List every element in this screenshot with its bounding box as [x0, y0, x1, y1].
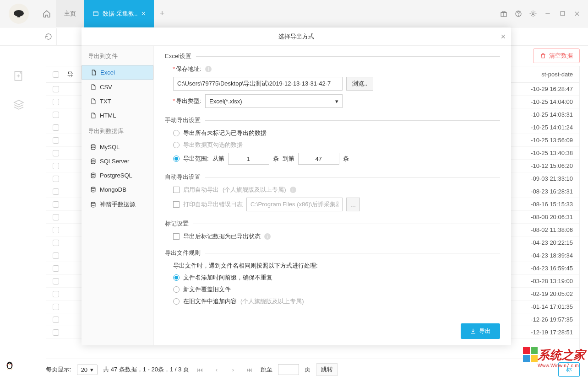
export-settings-pane: Excel设置 *保存地址: i 浏览.. *导出类型: Excel(*.xls…	[154, 46, 511, 345]
clear-data-button[interactable]: 清空数据	[533, 48, 580, 63]
row-checkbox[interactable]	[53, 291, 59, 297]
row-checkbox[interactable]	[53, 201, 59, 208]
info-icon[interactable]: i	[205, 66, 212, 72]
legend-manual: 手动导出设置	[165, 116, 201, 124]
per-page-label: 每页显示:	[46, 365, 71, 374]
dialog-title-bar: 选择导出方式 ×	[82, 27, 511, 46]
export-button[interactable]: 导出	[461, 323, 500, 339]
row-checkbox[interactable]	[53, 214, 59, 220]
radio-range[interactable]	[173, 156, 180, 162]
row-checkbox[interactable]	[53, 240, 59, 246]
close-window-icon[interactable]	[572, 9, 582, 18]
file-icon	[90, 113, 96, 119]
jump-label: 跳至	[261, 365, 272, 374]
row-date: -08-08 20:06:31	[531, 214, 573, 220]
row-checkbox[interactable]	[53, 265, 59, 272]
gift-icon[interactable]	[499, 9, 508, 18]
row-checkbox[interactable]	[53, 150, 59, 156]
chevron-down-icon: ▾	[335, 98, 338, 105]
export-type-select[interactable]: Excel(*.xlsx)▾	[205, 94, 343, 108]
jump-input[interactable]	[278, 364, 299, 375]
row-checkbox[interactable]	[53, 124, 59, 131]
watermark: 系统之家 Www.Winwin7.c m	[538, 347, 585, 368]
row-checkbox[interactable]	[53, 112, 59, 118]
range-from-input[interactable]	[228, 153, 269, 165]
row-checkbox[interactable]	[53, 137, 59, 144]
info-icon[interactable]: i	[264, 233, 271, 240]
svg-point-18	[91, 159, 95, 160]
close-tab-icon[interactable]: ×	[142, 10, 146, 18]
first-page-icon[interactable]: ⏮	[195, 364, 206, 375]
svg-point-8	[532, 13, 534, 15]
settings-icon[interactable]	[528, 9, 538, 18]
per-page-select[interactable]: 20▾	[77, 365, 98, 375]
page-unit: 页	[305, 365, 310, 374]
auto-log-label: 打印自动导出错误日志	[183, 200, 243, 209]
rule-append-label: 在旧文件中追加内容	[183, 297, 237, 306]
auto-log-path-button: …	[346, 198, 360, 211]
help-icon[interactable]	[514, 9, 523, 18]
qq-icon[interactable]	[5, 360, 15, 370]
jump-button[interactable]: 跳转	[316, 363, 338, 376]
sidebar-item-mysql[interactable]: MySQL	[82, 140, 153, 154]
maximize-icon[interactable]	[558, 9, 567, 18]
avatar[interactable]	[9, 4, 29, 24]
browse-button[interactable]: 浏览..	[346, 77, 373, 91]
row-checkbox[interactable]	[53, 188, 59, 195]
sidebar-item-mongodb[interactable]: MongoDB	[82, 182, 153, 197]
prev-page-icon[interactable]: ‹	[211, 364, 222, 375]
minimize-icon[interactable]	[543, 9, 552, 18]
sidebar-item-label: CSV	[100, 84, 112, 91]
sidebar-item-postgresql[interactable]: PostgreSQL	[82, 168, 153, 182]
save-path-input[interactable]	[173, 77, 343, 91]
add-tab-button[interactable]: +	[154, 5, 170, 23]
auto-log-checkbox	[173, 201, 180, 208]
sidebar-item-excel[interactable]: Excel	[82, 65, 153, 80]
sidebar-item-csv[interactable]: CSV	[82, 80, 153, 94]
rule-prefix-radio[interactable]	[173, 274, 180, 281]
mark-after-checkbox[interactable]	[173, 233, 180, 240]
svg-rect-10	[561, 11, 565, 16]
tab-active[interactable]: 数据-采集教.. ×	[84, 0, 154, 27]
row-date: -10-29 16:28:47	[531, 86, 573, 92]
row-checkbox[interactable]	[53, 317, 59, 323]
rule-intro: 导出文件时，遇到文件名相同则按照以下方式进行处理:	[173, 262, 318, 270]
range-to-input[interactable]	[298, 153, 339, 165]
row-checkbox[interactable]	[53, 99, 59, 105]
svg-marker-16	[14, 100, 23, 105]
row-checkbox[interactable]	[53, 86, 59, 92]
home-icon[interactable]	[38, 5, 56, 23]
row-checkbox[interactable]	[53, 163, 59, 169]
radio-unmarked-label: 导出所有未标记为已导出的数据	[183, 129, 267, 137]
sidebar-item-txt[interactable]: TXT	[82, 94, 153, 108]
chevron-down-icon: ▾	[90, 366, 93, 373]
svg-point-20	[91, 187, 95, 188]
svg-point-17	[91, 145, 95, 146]
layers-icon[interactable]	[11, 97, 26, 112]
last-page-icon[interactable]: ⏭	[244, 364, 255, 375]
tab-home[interactable]: 主页	[56, 0, 84, 27]
row-date: -02-19 20:05:02	[531, 290, 573, 297]
dialog-close-icon[interactable]: ×	[501, 32, 506, 42]
row-date: -04-23 18:39:34	[531, 252, 573, 259]
legend-excel: Excel设置	[165, 52, 191, 60]
row-checkbox[interactable]	[53, 227, 59, 233]
next-page-icon[interactable]: ›	[228, 364, 239, 375]
pager: 每页显示: 20▾ 共 47 条数据，1 - 20条，1 / 3 页 ⏮ ‹ ›…	[46, 362, 580, 377]
row-checkbox[interactable]	[53, 329, 59, 336]
row-checkbox[interactable]	[53, 176, 59, 182]
row-checkbox[interactable]	[53, 278, 59, 284]
new-task-icon[interactable]	[11, 69, 26, 83]
sidebar-item-神箭手数据源[interactable]: 神箭手数据源	[82, 197, 153, 212]
export-sidebar: 导出到文件 ExcelCSVTXTHTML 导出到数据库 MySQLSQLSer…	[82, 46, 154, 345]
rule-overwrite-radio[interactable]	[173, 286, 180, 293]
row-checkbox[interactable]	[53, 304, 59, 310]
sidebar-item-html[interactable]: HTML	[82, 108, 153, 123]
sidebar-item-sqlserver[interactable]: SQLServer	[82, 154, 153, 168]
database-icon	[90, 201, 96, 208]
reload-icon[interactable]	[40, 28, 57, 45]
row-checkbox[interactable]	[53, 252, 59, 259]
radio-unmarked[interactable]	[173, 130, 180, 136]
rule-append-radio[interactable]	[173, 298, 180, 305]
select-all-checkbox[interactable]	[53, 71, 59, 78]
